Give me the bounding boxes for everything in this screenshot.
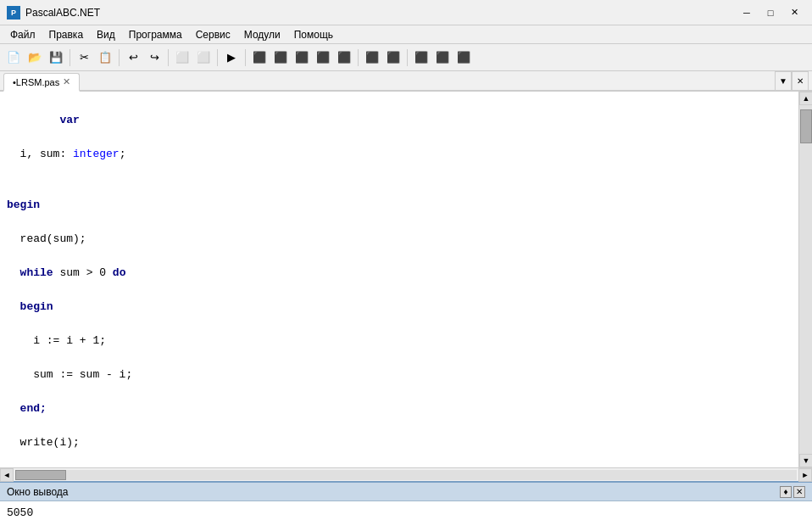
menu-item-файл[interactable]: Файл — [3, 27, 42, 42]
tb-action12-button[interactable]: ⬛ — [453, 48, 474, 68]
toolbar-separator — [407, 49, 408, 66]
main-area: var i, sum: integer; begin read(sum); wh… — [0, 92, 812, 481]
tb-action7-button[interactable]: ⬛ — [334, 48, 354, 68]
menu-item-модули[interactable]: Модули — [237, 27, 287, 42]
app-title: PascalABC.NET — [25, 7, 736, 19]
tb-action1-button[interactable]: ⬜ — [172, 48, 192, 68]
tb-action5-button[interactable]: ⬛ — [292, 48, 312, 68]
output-header: Окно вывода ♦ ✕ — [0, 483, 812, 501]
menubar: ФайлПравкаВидПрограммаСервисМодулиПомощь — [0, 25, 812, 44]
tb-action10-button[interactable]: ⬛ — [411, 48, 431, 68]
tab-arrow-area: ▼ ✕ — [775, 71, 809, 90]
editor-content[interactable]: var i, sum: integer; begin read(sum); wh… — [0, 92, 798, 467]
editor-tab[interactable]: •LRSM.pas ✕ — [3, 73, 80, 92]
toolbar-separator — [168, 49, 169, 66]
tab-close-icon[interactable]: ✕ — [63, 76, 70, 87]
close-button[interactable]: ✕ — [783, 4, 805, 21]
toolbar-separator — [70, 49, 70, 66]
tb-action9-button[interactable]: ⬛ — [383, 48, 403, 68]
menu-item-сервис[interactable]: Сервис — [189, 27, 237, 42]
scroll-right-button[interactable]: ► — [798, 468, 812, 482]
tb-action4-button[interactable]: ⬛ — [270, 48, 291, 68]
tab-close-all-button[interactable]: ✕ — [792, 71, 809, 90]
toolbar-separator — [245, 49, 246, 66]
cut-button[interactable]: ✂ — [74, 48, 94, 68]
menu-item-программа[interactable]: Программа — [122, 27, 189, 42]
output-close-button[interactable]: ✕ — [793, 486, 805, 498]
undo-button[interactable]: ↩ — [123, 48, 143, 68]
redo-button[interactable]: ↪ — [144, 48, 164, 68]
tb-action3-button[interactable]: ⬛ — [249, 48, 270, 68]
minimize-button[interactable]: ─ — [736, 4, 758, 21]
titlebar: P PascalABC.NET ─ □ ✕ — [0, 0, 812, 25]
tb-action11-button[interactable]: ⬛ — [432, 48, 453, 68]
tb-action6-button[interactable]: ⬛ — [313, 48, 333, 68]
output-content: 5050 100 — [0, 501, 812, 520]
tab-label: •LRSM.pas — [13, 77, 59, 87]
open-file-button[interactable]: 📂 — [25, 48, 45, 68]
copy-button[interactable]: 📋 — [95, 48, 115, 68]
menu-item-правка[interactable]: Правка — [42, 27, 91, 42]
h-scroll-thumb[interactable] — [15, 470, 66, 480]
toolbar: 📄📂💾✂📋↩↪⬜⬜▶⬛⬛⬛⬛⬛⬛⬛⬛⬛⬛ — [0, 44, 812, 71]
scroll-up-button[interactable]: ▲ — [799, 92, 812, 105]
output-pin-button[interactable]: ♦ — [780, 486, 792, 498]
tb-action2-button[interactable]: ⬜ — [193, 48, 214, 68]
tab-dropdown-button[interactable]: ▼ — [775, 71, 792, 90]
output-panel: Окно вывода ♦ ✕ 5050 100 — [0, 481, 812, 520]
tb-action8-button[interactable]: ⬛ — [362, 48, 382, 68]
toolbar-separator — [119, 49, 120, 66]
app-icon: P — [7, 6, 20, 20]
editor-row: var i, sum: integer; begin read(sum); wh… — [0, 92, 812, 467]
save-file-button[interactable]: 💾 — [46, 48, 66, 68]
h-scroll-track[interactable] — [15, 470, 797, 480]
menu-item-вид[interactable]: Вид — [90, 27, 122, 42]
scroll-down-button[interactable]: ▼ — [799, 454, 812, 467]
scroll-left-button[interactable]: ◄ — [0, 468, 14, 482]
output-controls: ♦ ✕ — [780, 486, 805, 498]
output-line-1: 5050 — [7, 505, 805, 520]
horizontal-scrollbar[interactable]: ◄ ► — [0, 467, 812, 481]
window-buttons: ─ □ ✕ — [736, 4, 805, 21]
run-button-button[interactable]: ▶ — [221, 48, 242, 68]
toolbar-separator — [358, 49, 359, 66]
tabbar: •LRSM.pas ✕ ▼ ✕ — [0, 71, 812, 92]
editor-panel[interactable]: var i, sum: integer; begin read(sum); wh… — [0, 92, 798, 467]
new-file-button[interactable]: 📄 — [3, 48, 24, 68]
toolbar-separator — [217, 49, 218, 66]
output-title: Окно вывода — [7, 486, 780, 498]
menu-item-помощь[interactable]: Помощь — [287, 27, 340, 42]
scroll-track[interactable] — [799, 105, 812, 454]
vertical-scrollbar[interactable]: ▲ ▼ — [798, 92, 812, 467]
scroll-thumb[interactable] — [800, 109, 812, 143]
maximize-button[interactable]: □ — [759, 4, 781, 21]
